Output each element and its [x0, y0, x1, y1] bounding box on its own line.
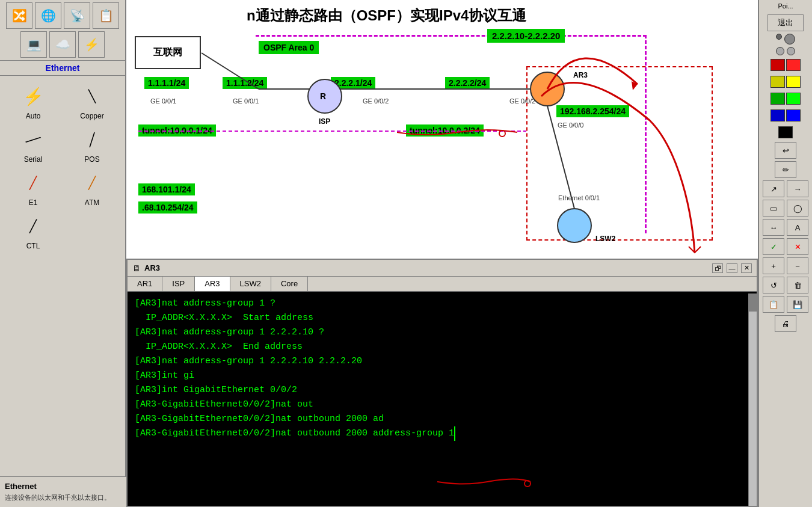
color-blue-dark[interactable] [770, 109, 785, 121]
terminal-close-btn[interactable]: ✕ [741, 263, 752, 273]
color-black[interactable] [778, 126, 793, 138]
terminal-window: 🖥 AR3 🗗 — ✕ AR1 ISP AR3 LSW2 Core [AR3]n… [126, 259, 758, 507]
tool-arrow-row: ↗ → [763, 180, 808, 197]
terminal-line-1: IP_ADDR<X.X.X.X> Start address [135, 311, 749, 325]
e1-icon: ╱ [19, 168, 48, 197]
terminal-line-0: [AR3]nat address-group 1 ? [135, 297, 749, 311]
terminal-line-7: [AR3-GigabitEthernet0/0/2]nat out [135, 398, 749, 412]
tool-arrow-diag[interactable]: ↗ [763, 180, 784, 197]
terminal-line-3: IP_ADDR<X.X.X.X> End address [135, 340, 749, 354]
exit-button[interactable]: 退出 [767, 14, 804, 31]
device-pos[interactable]: ╲ POS [65, 125, 119, 164]
tool-delete[interactable]: 🗑 [787, 277, 808, 293]
internet-label: 互联网 [153, 46, 182, 59]
ar3-region [526, 66, 713, 241]
diagram-title: n通过静态路由（OSPF）实现IPv4协议互通 [247, 6, 526, 25]
atm-icon: ╱ [78, 168, 106, 197]
sidebar-icon-5[interactable]: ☁️ [49, 31, 76, 58]
ethernet-section-label: Ethernet [0, 60, 125, 76]
tool-minus[interactable]: − [787, 257, 808, 274]
tab-isp[interactable]: ISP [162, 277, 195, 291]
tool-pen[interactable]: ✏ [775, 161, 796, 178]
color-row-2 [770, 76, 801, 88]
if-label-ge002-isp: GE 0/0/2 [363, 97, 389, 105]
sidebar-icon-3[interactable]: 📋 [93, 2, 119, 29]
color-row-4 [770, 109, 801, 121]
tool-check[interactable]: ✓ [763, 238, 784, 255]
device-auto[interactable]: ⚡ Auto [6, 82, 60, 120]
tool-misc-row: ↔ A [763, 219, 808, 236]
sidebar-desc-title: Ethernet [5, 482, 121, 491]
color-green-dark[interactable] [770, 93, 785, 105]
tab-ar1[interactable]: AR1 [128, 277, 162, 291]
tool-text[interactable]: A [787, 219, 808, 236]
color-red-dark[interactable] [770, 59, 785, 71]
ctl-label: CTL [26, 242, 40, 250]
sidebar-description: Ethernet 连接设备的以太网和千兆以太接口。 [0, 476, 126, 507]
svg-point-8 [499, 131, 505, 137]
device-e1[interactable]: ╱ E1 [6, 168, 60, 207]
tool-undo-arrow[interactable]: ↩ [775, 142, 796, 159]
e1-label: E1 [29, 198, 38, 207]
lsw2-text-label: LSW2 [595, 235, 615, 243]
dashed-top-line [256, 35, 647, 37]
left-sidebar: 🔀 🌐 📡 📋 💻 ☁️ ⚡ Ethernet ⚡ Auto ╲ Copper … [0, 0, 126, 507]
tool-x[interactable]: ✕ [787, 238, 808, 255]
dot-large [784, 34, 795, 45]
ip-label-5: 168.101.1/24 [138, 183, 195, 195]
tool-rect[interactable]: ▭ [763, 200, 784, 217]
terminal-scroll-thumb[interactable] [749, 293, 757, 312]
color-green[interactable] [786, 93, 801, 105]
device-copper[interactable]: ╲ Copper [65, 82, 119, 120]
diagram-area: n通过静态路由（OSPF）实现IPv4协议互通 互联网 OSPF Area 0 … [126, 0, 758, 259]
color-blue[interactable] [786, 109, 801, 121]
terminal-line-8: [AR3-GigabitEthernet0/0/2]nat outbound 2… [135, 412, 749, 426]
sidebar-icon-6[interactable]: ⚡ [78, 31, 105, 58]
tunnel-label-0: tunnel:10.0.0.1/24 [138, 124, 216, 137]
tunnel-label-1: tunnel:10.0.0.2/24 [406, 124, 484, 137]
right-panel-title: Poi... [778, 2, 793, 10]
tool-ellipse[interactable]: ◯ [787, 200, 808, 217]
tool-copy[interactable]: 📋 [763, 296, 784, 313]
color-yellow[interactable] [786, 76, 801, 88]
svg-text:R: R [320, 91, 326, 101]
tool-undo[interactable]: ↺ [763, 277, 784, 293]
isp-text-label: ISP [319, 117, 330, 126]
terminal-line-2: [AR3]nat address-group 1 2.2.2.10 ? [135, 325, 749, 340]
terminal-content[interactable]: [AR3]nat address-group 1 ? IP_ADDR<X.X.X… [128, 292, 757, 504]
device-ctl[interactable]: ╱ CTL [6, 212, 60, 250]
color-red-bright[interactable] [786, 59, 801, 71]
sidebar-icon-2[interactable]: 📡 [64, 2, 90, 29]
terminal-scrollbar[interactable] [748, 293, 757, 506]
ip-label-3: 2.2.2.2/24 [445, 77, 490, 89]
tab-lsw2[interactable]: LSW2 [230, 277, 271, 291]
ospf-label: OSPF Area 0 [259, 41, 319, 54]
tool-save[interactable]: 💾 [787, 296, 808, 313]
color-yellow-dark[interactable] [770, 76, 785, 88]
dot-row-1 [776, 34, 795, 45]
tool-bidir-arrow[interactable]: ↔ [763, 219, 784, 236]
terminal-minimize-btn[interactable]: — [727, 263, 737, 273]
if-label-ge000: GE 0/0/0 [558, 121, 583, 129]
tool-print[interactable]: 🖨 [775, 315, 796, 332]
device-serial[interactable]: ╱ Serial [6, 125, 60, 164]
terminal-line-4: [AR3]nat address-group 1 2.2.2.10 2.2.2.… [135, 354, 749, 369]
sidebar-desc-text: 连接设备的以太网和千兆以太接口。 [5, 493, 121, 502]
sidebar-icon-1[interactable]: 🌐 [35, 2, 61, 29]
tool-checkx-row: ✓ ✕ [763, 238, 808, 255]
color-row-5 [778, 126, 793, 138]
tool-copy-save-row: 📋 💾 [763, 296, 808, 313]
tab-core[interactable]: Core [271, 277, 308, 291]
tool-arrow-right[interactable]: → [787, 180, 808, 197]
tab-ar3[interactable]: AR3 [195, 277, 230, 291]
terminal-restore-btn[interactable]: 🗗 [712, 263, 723, 273]
terminal-icon: 🖥 [132, 263, 141, 273]
terminal-title: AR3 [144, 263, 709, 272]
sidebar-icon-4[interactable]: 💻 [20, 31, 47, 58]
ip-label-1: 1.1.1.2/24 [223, 77, 267, 89]
sidebar-icon-0[interactable]: 🔀 [6, 2, 32, 29]
dot-row-2 [776, 47, 795, 55]
internet-box: 互联网 [135, 36, 201, 69]
tool-plus[interactable]: + [763, 257, 784, 274]
device-atm[interactable]: ╱ ATM [65, 168, 119, 207]
